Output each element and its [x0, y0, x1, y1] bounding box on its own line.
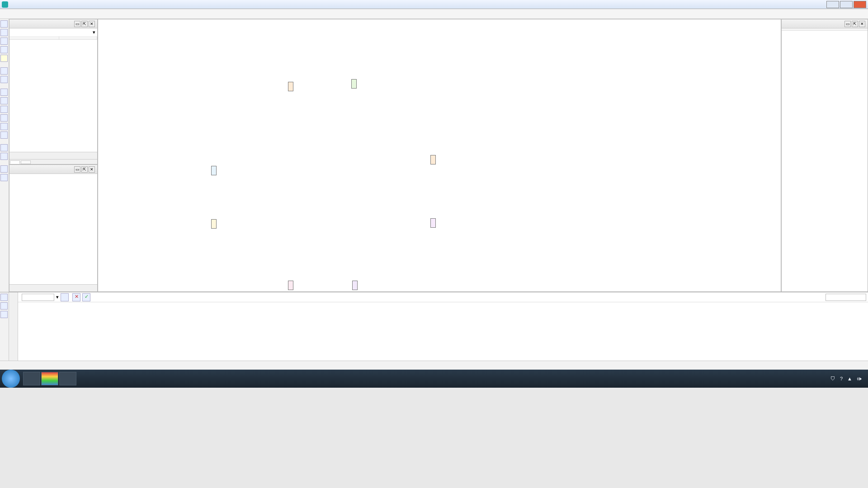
groups-header	[9, 37, 97, 40]
allpins-named-input[interactable]	[22, 294, 54, 301]
panel-btn-icon[interactable]: ▭	[844, 21, 851, 27]
tool-icon[interactable]	[0, 46, 8, 53]
panel-btn-icon[interactable]: ⇱	[81, 21, 88, 27]
tool-icon[interactable]	[61, 293, 69, 301]
taskbar-explorer-icon[interactable]	[23, 372, 40, 385]
tool-icon[interactable]	[0, 144, 8, 151]
tool-icon[interactable]	[0, 294, 8, 301]
scrollbar[interactable]	[9, 284, 97, 291]
tray-icon[interactable]: 🕪	[857, 376, 862, 381]
legend-panel: ▭⇱✕	[781, 19, 868, 292]
tool-icon[interactable]	[0, 153, 8, 160]
tool-icon[interactable]	[0, 311, 8, 318]
col-direction[interactable]	[59, 37, 97, 39]
tool-icon[interactable]	[0, 174, 8, 181]
panel-btn-icon[interactable]: ▭	[74, 21, 80, 27]
edit-ok-icon[interactable]: ✓	[82, 293, 90, 301]
tool-icon[interactable]	[0, 123, 8, 130]
tool-icon[interactable]	[0, 89, 8, 96]
groups-named-input[interactable]	[13, 30, 91, 35]
dropdown-icon[interactable]: ▾	[93, 29, 95, 35]
tray-icon[interactable]: ▲	[847, 376, 852, 381]
all-pins-panel: ▾ ✕ ✓	[0, 292, 868, 361]
filter-input[interactable]	[826, 294, 866, 301]
panel-close-icon[interactable]: ✕	[89, 21, 95, 27]
iobank-7-label	[351, 79, 357, 89]
taskbar: ⛉ ? ▲ 🕪	[0, 370, 868, 388]
iobank-5-label	[430, 218, 436, 228]
col-node-name[interactable]	[9, 37, 59, 39]
tool-icon[interactable]	[0, 55, 8, 62]
iobank-3-label	[288, 281, 293, 290]
tab-groups[interactable]	[10, 160, 20, 164]
tray-icon[interactable]: ⛉	[830, 376, 835, 381]
dropdown-icon[interactable]: ▾	[56, 294, 59, 300]
close-button[interactable]	[854, 1, 866, 8]
tool-icon[interactable]	[0, 131, 8, 139]
panel-close-icon[interactable]: ✕	[859, 21, 865, 27]
panel-btn-icon[interactable]: ⇱	[81, 166, 88, 173]
panel-btn-icon[interactable]: ▭	[74, 166, 80, 173]
status-bar	[0, 361, 868, 370]
title-bar	[0, 0, 868, 9]
iobank-8-label	[288, 82, 293, 91]
chip-view[interactable]	[98, 19, 781, 292]
tool-icon[interactable]	[0, 29, 8, 36]
panel-close-icon[interactable]: ✕	[89, 166, 95, 173]
tool-icon[interactable]	[0, 165, 8, 173]
iobank-1-label	[211, 166, 217, 175]
tool-icon[interactable]	[0, 106, 8, 113]
tool-icon[interactable]	[0, 67, 8, 75]
minimize-button[interactable]	[826, 1, 839, 8]
maximize-button[interactable]	[840, 1, 853, 8]
edit-cancel-icon[interactable]: ✕	[72, 293, 80, 301]
tool-icon[interactable]	[0, 38, 8, 45]
tasks-panel: ▭⇱✕	[9, 164, 98, 292]
app-icon	[2, 1, 8, 8]
scrollbar[interactable]	[9, 152, 97, 159]
tab-report[interactable]	[21, 160, 31, 164]
tray-icon[interactable]: ?	[840, 376, 843, 381]
tool-icon[interactable]	[0, 97, 8, 104]
left-toolbar	[0, 19, 9, 292]
tool-icon[interactable]	[0, 302, 8, 310]
tool-icon[interactable]	[0, 114, 8, 122]
tool-icon[interactable]	[0, 76, 8, 83]
iobank-6-label	[430, 155, 436, 164]
iobank-4-label	[352, 281, 358, 290]
all-pins-tab[interactable]	[9, 292, 18, 361]
groups-panel: ▭⇱✕ ▾	[9, 19, 98, 164]
panel-btn-icon[interactable]: ⇱	[852, 21, 858, 27]
taskbar-chrome-icon[interactable]	[41, 372, 58, 385]
iobank-2-label	[211, 219, 217, 229]
start-button[interactable]	[2, 370, 20, 388]
tool-icon[interactable]	[0, 20, 8, 28]
taskbar-app-icon[interactable]	[59, 372, 76, 385]
menu-bar	[0, 9, 868, 19]
